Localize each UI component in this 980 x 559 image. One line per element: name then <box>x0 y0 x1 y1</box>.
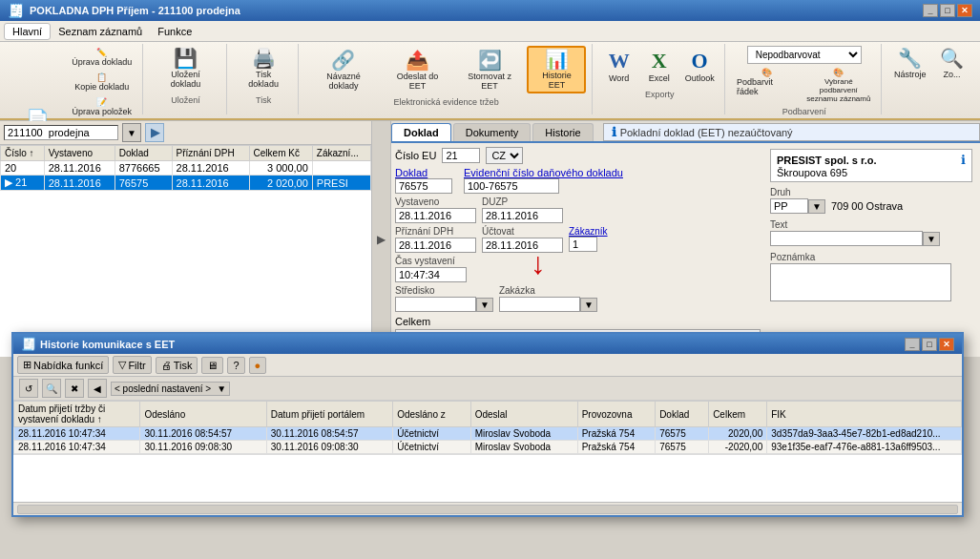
text-row: Text ▼ <box>766 217 976 249</box>
print-icon: 🖨️ <box>252 49 276 68</box>
filtr-btn[interactable]: ▽ Filtr <box>113 356 151 374</box>
color-dropdown[interactable]: Nepodbarvovat <box>747 46 862 64</box>
col-datum-portal[interactable]: Datum přijetí portálem <box>266 402 392 427</box>
filter-reset-btn[interactable]: ✖ <box>65 379 84 398</box>
monitor-btn[interactable]: 🖥 <box>201 357 223 374</box>
doklad-input[interactable] <box>395 178 452 194</box>
eu-number-input[interactable] <box>442 148 480 163</box>
storno-eet-btn[interactable]: ↩️ Stornovat z EET <box>454 48 526 93</box>
col-odeslano-z[interactable]: Odesláno z <box>393 402 470 427</box>
text-input[interactable] <box>770 231 923 246</box>
table-row[interactable]: ▶ 21 28.11.2016 76575 28.11.2016 2 020,0… <box>1 176 371 191</box>
color-row-btn[interactable]: 🎨 Podbarvit řádek <box>733 66 800 105</box>
text-dropdown-btn[interactable]: ▼ <box>923 232 940 246</box>
records-table-container: Číslo ↑ Vystaveno Doklad Příznání DPH Ce… <box>0 145 371 357</box>
filter-search-btn[interactable]: 🔍 <box>42 379 61 398</box>
left-panel: ▼ ▶ Číslo ↑ Vystaveno Doklad Příznání DP… <box>0 121 372 357</box>
app-title: POKLADNA DPH Příjem - 211100 prodejna <box>30 5 240 16</box>
druh-dropdown-btn[interactable]: ▼ <box>808 199 825 214</box>
save-doc-btn[interactable]: 💾 Uložení dokladu <box>151 46 221 92</box>
tools-btn[interactable]: 🔧 Nástroje <box>889 46 931 82</box>
dialog-filter-bar: ↺ 🔍 ✖ ◀ < poslední nastavení > ▼ <box>13 377 962 401</box>
menu-seznam[interactable]: Seznam záznamů <box>51 24 150 39</box>
col-zakaznik[interactable]: Zákazní... <box>312 146 370 161</box>
dialog-close-btn[interactable]: ✕ <box>939 338 954 351</box>
col-odeslano[interactable]: Odesláno <box>140 402 266 427</box>
filter-back-btn[interactable]: ◀ <box>88 379 107 398</box>
col-celkem[interactable]: Celkem Kč <box>249 146 312 161</box>
dialog-maximize-btn[interactable]: □ <box>922 338 937 351</box>
col-vystaveno[interactable]: Vystaveno <box>44 146 115 161</box>
vystaveno-input[interactable] <box>395 208 476 223</box>
col-doklad[interactable]: Doklad <box>115 146 172 161</box>
history-eet-btn[interactable]: 📊 Historie EET <box>527 46 586 93</box>
col-odeslal[interactable]: Odeslal <box>470 402 577 427</box>
color-list-btn[interactable]: 🎨 Vybrané podbarvení seznamu záznamů <box>802 66 875 105</box>
tab-doklad[interactable]: Doklad <box>391 123 451 141</box>
nabidka-icon: ⊞ <box>23 359 31 371</box>
dph-row: Příznání DPH Účtovat Zákazník <box>395 226 761 253</box>
nav-forward-btn[interactable]: ▶ <box>145 123 164 142</box>
filter-refresh-btn[interactable]: ↺ <box>19 379 38 398</box>
zakaznik-link[interactable]: Zákazník <box>569 226 608 237</box>
minimize-btn[interactable]: _ <box>923 4 938 17</box>
col-provozovna[interactable]: Provozovna <box>577 402 655 427</box>
horizontal-scrollbar[interactable] <box>17 505 958 514</box>
dialog-minimize-btn[interactable]: _ <box>905 338 920 351</box>
edit-doc-btn[interactable]: ✏️ Úprava dokladu <box>68 46 136 69</box>
copy-doc-btn[interactable]: 📋 Kopie dokladu <box>68 71 136 93</box>
eu-number-row: Číslo EU CZ <box>395 147 761 164</box>
nabidka-btn[interactable]: ⊞ Nabídka funkcí <box>17 356 109 374</box>
evidencni-link[interactable]: Evidenční číslo daňového dokladu <box>464 167 623 178</box>
doklad-link[interactable]: Doklad <box>395 167 452 178</box>
menu-hlavni[interactable]: Hlavní <box>4 23 51 40</box>
col-celkem[interactable]: Celkem <box>709 402 767 427</box>
tisk-btn[interactable]: 🖨 Tisk <box>156 357 198 374</box>
duzp-input[interactable] <box>482 208 563 223</box>
uctovat-input[interactable] <box>482 238 563 253</box>
filter-preset-dropdown[interactable]: < poslední nastavení > ▼ <box>111 382 230 396</box>
zoom-btn[interactable]: 🔍 Zo... <box>932 46 970 82</box>
dialog-table-row[interactable]: 28.11.2016 10:47:34 30.11.2016 09:08:30 … <box>14 441 962 454</box>
link-docs-btn[interactable]: 🔗 Návazné doklady <box>306 48 381 93</box>
table-row[interactable]: 20 28.11.2016 8776665 28.11.2016 3 000,0… <box>1 161 371 176</box>
zakazka-dropdown-btn[interactable]: ▼ <box>580 298 597 312</box>
stredisko-input[interactable] <box>395 297 476 312</box>
cas-row: Čas vystavení <box>395 256 761 282</box>
print-btn[interactable]: 🖨️ Tisk dokladu <box>235 46 292 92</box>
col-cislo[interactable]: Číslo ↑ <box>1 146 45 161</box>
color-btn[interactable]: ● <box>249 357 267 374</box>
col-fik[interactable]: FIK <box>767 402 962 427</box>
outlook-btn[interactable]: O Outlook <box>680 46 719 86</box>
cas-input[interactable] <box>395 267 467 282</box>
dialog-table-row[interactable]: 28.11.2016 10:47:34 30.11.2016 08:54:57 … <box>14 427 962 441</box>
evidencni-input[interactable] <box>464 178 559 194</box>
druh-input[interactable] <box>770 198 808 214</box>
excel-btn[interactable]: X Excel <box>640 46 678 86</box>
edit-row-btn[interactable]: 📝 Úprava položek <box>68 95 136 118</box>
poznamka-input[interactable] <box>770 263 951 301</box>
send-eet-btn[interactable]: 📤 Odeslat do EET <box>383 48 452 93</box>
country-select[interactable]: CZ <box>486 147 523 164</box>
menu-funkce[interactable]: Funkce <box>150 24 199 39</box>
zakaznik-input[interactable] <box>569 237 597 252</box>
stredisko-dropdown-btn[interactable]: ▼ <box>476 298 493 312</box>
druh-field: Druh ▼ <box>770 187 825 214</box>
branch-filter-btn[interactable]: ▼ <box>122 123 141 142</box>
col-doklad[interactable]: Doklad <box>656 402 709 427</box>
tab-historie[interactable]: Historie <box>532 123 593 141</box>
ribbon-group-label-podbarveni: Podbarvení <box>782 107 826 116</box>
expand-arrow[interactable]: ▶ <box>372 121 391 357</box>
word-btn[interactable]: W Word <box>600 46 638 86</box>
tab-dokumenty[interactable]: Dokumenty <box>453 123 532 141</box>
priznani-input[interactable] <box>395 238 476 253</box>
customer-card: PRESIST spol. s r.o. ℹ Škroupova 695 <box>770 149 972 182</box>
col-dph[interactable]: Příznání DPH <box>172 146 249 161</box>
close-btn[interactable]: ✕ <box>957 4 972 17</box>
branch-input[interactable] <box>4 125 118 140</box>
zakazka-input[interactable] <box>499 297 580 312</box>
col-date-vystaveni[interactable]: Datum přijetí tržby čivystavení dokladu … <box>14 402 140 427</box>
maximize-btn[interactable]: □ <box>940 4 955 17</box>
customer-info-icon[interactable]: ℹ <box>961 153 966 167</box>
help-btn[interactable]: ? <box>227 357 244 374</box>
